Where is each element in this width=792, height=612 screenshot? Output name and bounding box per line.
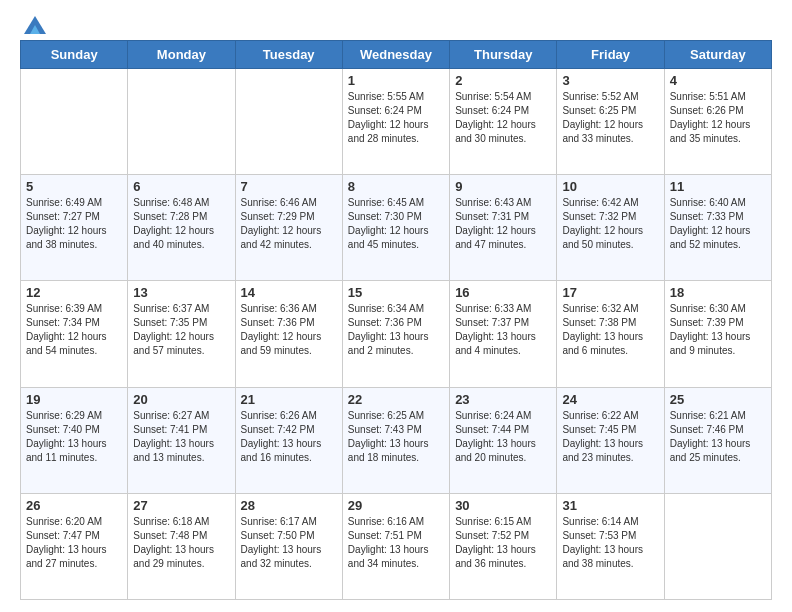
day-info: Sunrise: 6:18 AM Sunset: 7:48 PM Dayligh…	[133, 515, 229, 571]
calendar-cell: 21Sunrise: 6:26 AM Sunset: 7:42 PM Dayli…	[235, 387, 342, 493]
logo	[20, 16, 46, 30]
calendar-cell: 26Sunrise: 6:20 AM Sunset: 7:47 PM Dayli…	[21, 493, 128, 599]
calendar-cell: 4Sunrise: 5:51 AM Sunset: 6:26 PM Daylig…	[664, 69, 771, 175]
calendar-cell: 1Sunrise: 5:55 AM Sunset: 6:24 PM Daylig…	[342, 69, 449, 175]
day-number: 10	[562, 179, 658, 194]
day-info: Sunrise: 6:22 AM Sunset: 7:45 PM Dayligh…	[562, 409, 658, 465]
calendar-cell	[664, 493, 771, 599]
day-number: 30	[455, 498, 551, 513]
day-number: 23	[455, 392, 551, 407]
header-friday: Friday	[557, 41, 664, 69]
calendar-cell: 19Sunrise: 6:29 AM Sunset: 7:40 PM Dayli…	[21, 387, 128, 493]
calendar-cell: 31Sunrise: 6:14 AM Sunset: 7:53 PM Dayli…	[557, 493, 664, 599]
day-number: 1	[348, 73, 444, 88]
day-info: Sunrise: 6:33 AM Sunset: 7:37 PM Dayligh…	[455, 302, 551, 358]
calendar-cell: 25Sunrise: 6:21 AM Sunset: 7:46 PM Dayli…	[664, 387, 771, 493]
day-number: 21	[241, 392, 337, 407]
day-number: 31	[562, 498, 658, 513]
calendar-cell: 11Sunrise: 6:40 AM Sunset: 7:33 PM Dayli…	[664, 175, 771, 281]
header-thursday: Thursday	[450, 41, 557, 69]
header-wednesday: Wednesday	[342, 41, 449, 69]
calendar-week-row: 26Sunrise: 6:20 AM Sunset: 7:47 PM Dayli…	[21, 493, 772, 599]
day-number: 22	[348, 392, 444, 407]
calendar-cell	[128, 69, 235, 175]
day-number: 17	[562, 285, 658, 300]
day-info: Sunrise: 6:26 AM Sunset: 7:42 PM Dayligh…	[241, 409, 337, 465]
day-number: 3	[562, 73, 658, 88]
day-number: 25	[670, 392, 766, 407]
logo-icon	[24, 16, 46, 34]
calendar-cell: 13Sunrise: 6:37 AM Sunset: 7:35 PM Dayli…	[128, 281, 235, 387]
calendar-cell: 9Sunrise: 6:43 AM Sunset: 7:31 PM Daylig…	[450, 175, 557, 281]
day-number: 26	[26, 498, 122, 513]
calendar-cell: 3Sunrise: 5:52 AM Sunset: 6:25 PM Daylig…	[557, 69, 664, 175]
day-info: Sunrise: 6:45 AM Sunset: 7:30 PM Dayligh…	[348, 196, 444, 252]
day-info: Sunrise: 6:32 AM Sunset: 7:38 PM Dayligh…	[562, 302, 658, 358]
day-info: Sunrise: 6:27 AM Sunset: 7:41 PM Dayligh…	[133, 409, 229, 465]
day-number: 19	[26, 392, 122, 407]
day-info: Sunrise: 6:17 AM Sunset: 7:50 PM Dayligh…	[241, 515, 337, 571]
calendar-cell: 24Sunrise: 6:22 AM Sunset: 7:45 PM Dayli…	[557, 387, 664, 493]
weekday-header-row: Sunday Monday Tuesday Wednesday Thursday…	[21, 41, 772, 69]
day-number: 8	[348, 179, 444, 194]
calendar-cell: 7Sunrise: 6:46 AM Sunset: 7:29 PM Daylig…	[235, 175, 342, 281]
calendar-cell: 14Sunrise: 6:36 AM Sunset: 7:36 PM Dayli…	[235, 281, 342, 387]
calendar-cell: 18Sunrise: 6:30 AM Sunset: 7:39 PM Dayli…	[664, 281, 771, 387]
calendar-week-row: 1Sunrise: 5:55 AM Sunset: 6:24 PM Daylig…	[21, 69, 772, 175]
calendar-cell: 5Sunrise: 6:49 AM Sunset: 7:27 PM Daylig…	[21, 175, 128, 281]
day-info: Sunrise: 6:39 AM Sunset: 7:34 PM Dayligh…	[26, 302, 122, 358]
day-number: 5	[26, 179, 122, 194]
day-info: Sunrise: 6:37 AM Sunset: 7:35 PM Dayligh…	[133, 302, 229, 358]
day-info: Sunrise: 6:40 AM Sunset: 7:33 PM Dayligh…	[670, 196, 766, 252]
header-monday: Monday	[128, 41, 235, 69]
calendar-cell	[235, 69, 342, 175]
day-number: 16	[455, 285, 551, 300]
day-number: 28	[241, 498, 337, 513]
calendar-cell: 6Sunrise: 6:48 AM Sunset: 7:28 PM Daylig…	[128, 175, 235, 281]
day-info: Sunrise: 5:51 AM Sunset: 6:26 PM Dayligh…	[670, 90, 766, 146]
day-number: 12	[26, 285, 122, 300]
calendar-week-row: 5Sunrise: 6:49 AM Sunset: 7:27 PM Daylig…	[21, 175, 772, 281]
day-info: Sunrise: 6:16 AM Sunset: 7:51 PM Dayligh…	[348, 515, 444, 571]
day-info: Sunrise: 6:14 AM Sunset: 7:53 PM Dayligh…	[562, 515, 658, 571]
calendar-cell: 17Sunrise: 6:32 AM Sunset: 7:38 PM Dayli…	[557, 281, 664, 387]
day-info: Sunrise: 5:54 AM Sunset: 6:24 PM Dayligh…	[455, 90, 551, 146]
day-info: Sunrise: 6:21 AM Sunset: 7:46 PM Dayligh…	[670, 409, 766, 465]
calendar-cell: 10Sunrise: 6:42 AM Sunset: 7:32 PM Dayli…	[557, 175, 664, 281]
calendar-cell: 15Sunrise: 6:34 AM Sunset: 7:36 PM Dayli…	[342, 281, 449, 387]
header	[20, 16, 772, 30]
calendar-cell: 30Sunrise: 6:15 AM Sunset: 7:52 PM Dayli…	[450, 493, 557, 599]
day-number: 20	[133, 392, 229, 407]
header-saturday: Saturday	[664, 41, 771, 69]
day-info: Sunrise: 6:49 AM Sunset: 7:27 PM Dayligh…	[26, 196, 122, 252]
calendar-cell: 2Sunrise: 5:54 AM Sunset: 6:24 PM Daylig…	[450, 69, 557, 175]
day-number: 4	[670, 73, 766, 88]
day-info: Sunrise: 5:52 AM Sunset: 6:25 PM Dayligh…	[562, 90, 658, 146]
day-info: Sunrise: 6:25 AM Sunset: 7:43 PM Dayligh…	[348, 409, 444, 465]
day-number: 24	[562, 392, 658, 407]
calendar-cell: 16Sunrise: 6:33 AM Sunset: 7:37 PM Dayli…	[450, 281, 557, 387]
calendar-cell: 20Sunrise: 6:27 AM Sunset: 7:41 PM Dayli…	[128, 387, 235, 493]
day-number: 13	[133, 285, 229, 300]
day-info: Sunrise: 6:24 AM Sunset: 7:44 PM Dayligh…	[455, 409, 551, 465]
day-number: 14	[241, 285, 337, 300]
day-info: Sunrise: 6:34 AM Sunset: 7:36 PM Dayligh…	[348, 302, 444, 358]
day-info: Sunrise: 6:48 AM Sunset: 7:28 PM Dayligh…	[133, 196, 229, 252]
calendar-week-row: 12Sunrise: 6:39 AM Sunset: 7:34 PM Dayli…	[21, 281, 772, 387]
day-info: Sunrise: 5:55 AM Sunset: 6:24 PM Dayligh…	[348, 90, 444, 146]
day-info: Sunrise: 6:43 AM Sunset: 7:31 PM Dayligh…	[455, 196, 551, 252]
calendar-cell: 22Sunrise: 6:25 AM Sunset: 7:43 PM Dayli…	[342, 387, 449, 493]
day-number: 2	[455, 73, 551, 88]
day-info: Sunrise: 6:36 AM Sunset: 7:36 PM Dayligh…	[241, 302, 337, 358]
day-info: Sunrise: 6:20 AM Sunset: 7:47 PM Dayligh…	[26, 515, 122, 571]
page: Sunday Monday Tuesday Wednesday Thursday…	[0, 0, 792, 612]
day-number: 27	[133, 498, 229, 513]
header-sunday: Sunday	[21, 41, 128, 69]
day-number: 29	[348, 498, 444, 513]
day-info: Sunrise: 6:29 AM Sunset: 7:40 PM Dayligh…	[26, 409, 122, 465]
calendar-cell: 23Sunrise: 6:24 AM Sunset: 7:44 PM Dayli…	[450, 387, 557, 493]
day-number: 15	[348, 285, 444, 300]
day-info: Sunrise: 6:30 AM Sunset: 7:39 PM Dayligh…	[670, 302, 766, 358]
calendar-cell: 27Sunrise: 6:18 AM Sunset: 7:48 PM Dayli…	[128, 493, 235, 599]
day-number: 9	[455, 179, 551, 194]
